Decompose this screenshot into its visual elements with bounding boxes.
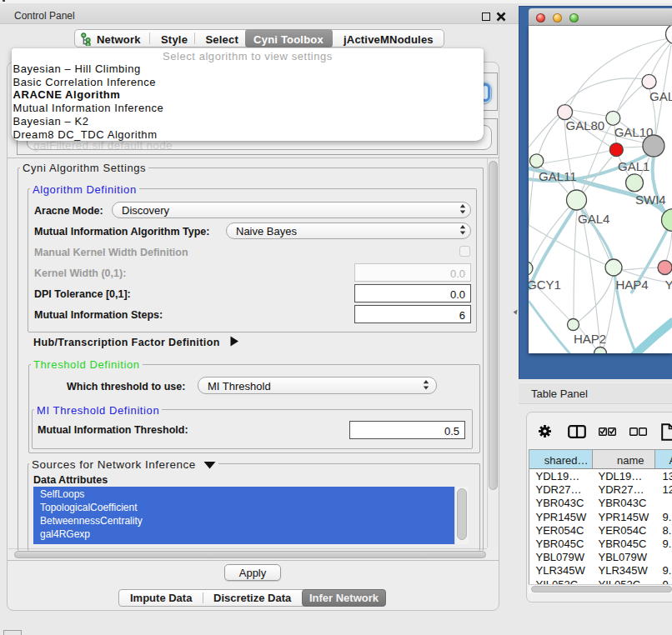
tab-style[interactable]: Style [161, 33, 188, 46]
table-cell[interactable]: YDR27… [599, 483, 644, 496]
list-item[interactable]: BetweennessCentrality [40, 515, 143, 527]
table-cell[interactable]: YDL19… [536, 470, 580, 482]
table-cell[interactable]: YBR043C [599, 497, 647, 509]
node-table: shared… name A YDL19…YDL19…13YDR27…YDR27… [529, 449, 672, 593]
vertical-scrollbar-thumb[interactable] [489, 161, 498, 490]
network-edge[interactable] [651, 43, 670, 75]
tab-impute-data[interactable]: Impute Data [130, 592, 192, 604]
table-cell[interactable]: YBL079W [536, 551, 585, 563]
document-icon[interactable] [661, 423, 672, 441]
tab-discretize-data[interactable]: Discretize Data [213, 592, 291, 604]
aracne-mode-value: Discovery [122, 204, 169, 217]
expand-right-icon[interactable] [229, 336, 239, 347]
mi-type-value: Naive Bayes [236, 225, 297, 238]
collapse-down-icon[interactable] [203, 461, 216, 469]
network-node[interactable] [606, 111, 620, 125]
gear-icon[interactable] [539, 425, 551, 438]
network-node[interactable] [643, 135, 664, 157]
dropdown-item[interactable]: Bayesian – K2 [13, 115, 89, 128]
table-cell[interactable]: 9. [663, 511, 672, 523]
list-scrollbar-thumb[interactable] [457, 488, 467, 540]
column-header-partial[interactable]: A [655, 450, 672, 469]
list-item[interactable]: TopologicalCoefficient [40, 502, 138, 513]
table-cell[interactable]: YBL079W [599, 551, 648, 563]
network-edge[interactable] [572, 110, 606, 116]
network-node[interactable] [529, 262, 533, 275]
tab-network[interactable]: Network [97, 33, 141, 46]
table-cell[interactable]: YDR27… [536, 483, 582, 496]
network-edge[interactable] [621, 268, 658, 270]
column-header-shared-name[interactable]: shared… [529, 450, 593, 469]
network-node[interactable] [529, 154, 543, 168]
tab-infer-network[interactable]: Infer Network [302, 592, 386, 604]
network-node[interactable] [605, 259, 622, 276]
kernel-width-value: 0.0 [354, 268, 465, 280]
dropdown-item[interactable]: Basic Correlation Inference [13, 76, 157, 88]
zoom-traffic-light-icon[interactable] [569, 13, 579, 22]
dropdown-item[interactable]: Dream8 DC_TDC Algorithm [13, 128, 158, 141]
hub-definition-label[interactable]: Hub/Transcription Factor Definition [33, 337, 220, 348]
unselect-all-checks-icon[interactable] [629, 428, 647, 437]
network-node-label: GAL11 [539, 169, 577, 183]
network-node[interactable] [568, 319, 579, 331]
table-cell[interactable]: YPR145W [599, 511, 649, 523]
table-cell[interactable]: YPR145W [536, 511, 587, 523]
splitter-collapse-icon[interactable] [513, 309, 518, 316]
table-horizontal-scrollbar-thumb[interactable] [531, 586, 672, 592]
table-cell[interactable]: YER054C [536, 524, 584, 537]
close-traffic-light-icon[interactable] [536, 13, 545, 22]
table-cell[interactable]: YDL19… [599, 470, 643, 482]
network-edge[interactable] [618, 85, 643, 112]
minimize-traffic-light-icon[interactable] [553, 13, 562, 22]
network-edge[interactable] [624, 147, 643, 148]
column-header-label: A [669, 454, 672, 467]
close-icon[interactable] [496, 12, 506, 22]
table-cell[interactable]: 9. [663, 538, 672, 550]
network-edge[interactable] [579, 276, 613, 322]
list-item[interactable]: SelfLoops [40, 488, 84, 500]
table-cell[interactable]: 13 [663, 470, 672, 482]
select-all-checks-icon[interactable] [599, 428, 616, 437]
dropdown-item[interactable]: Bayesian – Hill Climbing [13, 62, 141, 75]
network-edge[interactable] [574, 210, 577, 318]
apply-button[interactable]: Apply [224, 564, 281, 581]
tab-select[interactable]: Select [206, 33, 239, 46]
table-cell[interactable]: YBR045C [536, 538, 584, 550]
table-cell[interactable]: YBR045C [599, 538, 647, 550]
list-item[interactable]: gal4RGexp [40, 528, 90, 540]
tab-cyni-toolbox[interactable]: Cyni Toolbox [245, 33, 333, 46]
split-columns-icon[interactable] [568, 425, 586, 438]
algorithm-definition-title: Algorithm Definition [30, 183, 139, 196]
network-edge[interactable] [582, 125, 611, 191]
bottom-left-box[interactable] [3, 630, 22, 635]
horizontal-scrollbar-thumb[interactable] [14, 551, 486, 558]
network-node[interactable] [642, 74, 656, 88]
manual-kernel-checkbox[interactable] [459, 246, 470, 257]
tab-jactivemnodules[interactable]: jActiveMNodules [344, 33, 434, 46]
float-window-icon[interactable] [482, 12, 490, 21]
network-edge[interactable] [543, 151, 609, 163]
dropdown-item[interactable]: Mutual Information Inference [13, 102, 164, 114]
network-node[interactable] [626, 174, 644, 192]
column-header-name[interactable]: name [593, 450, 655, 469]
table-cell[interactable]: 12 [663, 483, 672, 496]
network-node[interactable] [567, 190, 587, 210]
network-node[interactable] [609, 143, 623, 157]
network-node[interactable] [558, 105, 573, 120]
network-node-label: HAP2 [574, 332, 606, 346]
network-node-label: HAP4 [616, 278, 649, 292]
dropdown-item-selected[interactable]: ARACNE Algorithm [13, 88, 121, 101]
table-cell[interactable]: 8. [663, 524, 672, 537]
network-canvas[interactable]: GAL2GAL80GAL10GAL1GAL11SWI4GAL4GCY1HAP4Y… [529, 26, 672, 353]
network-edge[interactable] [529, 168, 534, 262]
network-node[interactable] [658, 261, 672, 275]
table-cell[interactable]: YBR043C [536, 497, 584, 509]
table-cell[interactable]: YLR345W [599, 564, 648, 577]
network-edge[interactable] [564, 78, 643, 105]
table-cell[interactable]: YER054C [599, 524, 647, 537]
table-cell[interactable]: 9. [663, 564, 672, 577]
network-edge[interactable] [530, 207, 569, 265]
table-cell[interactable]: YLR345W [536, 564, 585, 577]
network-node-label: GCY1 [529, 278, 561, 292]
network-edge[interactable] [666, 232, 672, 261]
